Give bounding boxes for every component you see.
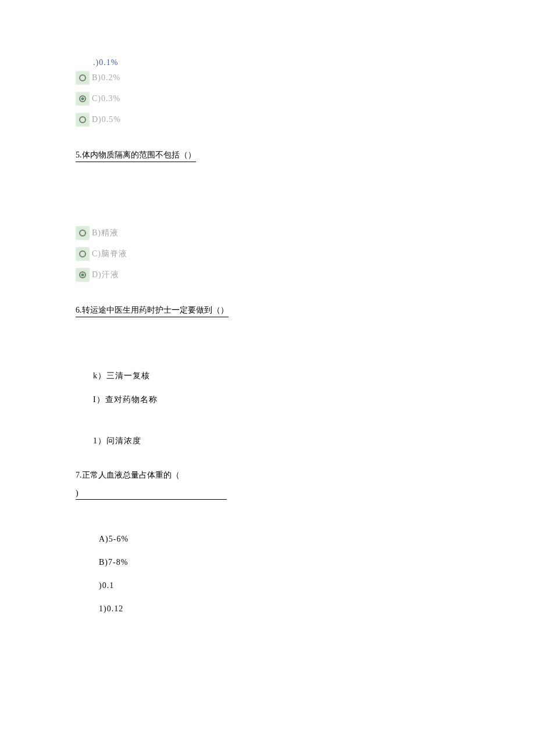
q4-option-b-label: B)0.2% bbox=[92, 73, 120, 83]
q6-item-i: I）查对药物名称 bbox=[93, 393, 163, 406]
q6-item-1: 1）问清浓度 bbox=[93, 435, 151, 447]
svg-point-7 bbox=[81, 274, 84, 277]
q6-title: 6.转运途中医生用药时护士一定要做到（） bbox=[76, 305, 229, 317]
q5-option-b-row: B)精液 bbox=[76, 226, 459, 240]
q4-option-b-row: B)0.2% bbox=[76, 71, 459, 85]
q5-option-d-label: D)汗液 bbox=[92, 270, 119, 280]
q7-title-line2: ) bbox=[76, 489, 227, 500]
q6-items: k）三清一复核 I）查对药物名称 1）问清浓度 bbox=[76, 370, 459, 447]
q5-option-b-label: B)精液 bbox=[92, 228, 119, 238]
q6: 6.转运途中医生用药时护士一定要做到（） bbox=[76, 305, 459, 317]
q6-item-k: k）三清一复核 bbox=[93, 370, 157, 382]
radio-selected-icon[interactable] bbox=[76, 92, 90, 106]
q4-option-d-row: D)0.5% bbox=[76, 113, 459, 127]
svg-point-3 bbox=[80, 117, 85, 123]
q4-options: .)0.1% B)0.2% C)0.3% D)0.5% bbox=[76, 58, 459, 127]
q7-option-c: )0.1 bbox=[99, 581, 459, 590]
q4-option-a: .)0.1% bbox=[93, 58, 140, 67]
svg-point-5 bbox=[80, 251, 85, 257]
svg-point-4 bbox=[80, 230, 85, 236]
radio-unselected-icon[interactable] bbox=[76, 247, 90, 261]
radio-unselected-icon[interactable] bbox=[76, 226, 90, 240]
q5-option-c-row: C)脑脊液 bbox=[76, 247, 459, 261]
q5-title: 5.体内物质隔离的范围不包括（） bbox=[76, 150, 196, 162]
svg-point-2 bbox=[81, 98, 84, 101]
q7-option-b: B)7-8% bbox=[99, 558, 459, 567]
q5-option-d-row: D)汗液 bbox=[76, 268, 459, 282]
q4-option-d-label: D)0.5% bbox=[92, 115, 121, 124]
q4-option-c-label: C)0.3% bbox=[92, 94, 120, 103]
page: .)0.1% B)0.2% C)0.3% D)0.5% 5.体内物质隔离的范围不… bbox=[0, 0, 535, 651]
q7-options: A)5-6% B)7-8% )0.1 1)0.12 bbox=[76, 535, 459, 614]
q5-options: B)精液 C)脑脊液 D)汗液 bbox=[76, 226, 459, 282]
q7-title-line1: 7.正常人血液总量占体重的（ bbox=[76, 470, 459, 481]
q7-option-d: 1)0.12 bbox=[99, 604, 140, 614]
svg-point-0 bbox=[80, 75, 85, 81]
radio-unselected-icon[interactable] bbox=[76, 71, 90, 85]
radio-unselected-icon[interactable] bbox=[76, 113, 90, 127]
q5: 5.体内物质隔离的范围不包括（） bbox=[76, 150, 459, 162]
q4-option-c-row: C)0.3% bbox=[76, 92, 459, 106]
radio-selected-icon[interactable] bbox=[76, 268, 90, 282]
q5-option-c-label: C)脑脊液 bbox=[92, 249, 127, 259]
q7-option-a: A)5-6% bbox=[99, 535, 459, 544]
